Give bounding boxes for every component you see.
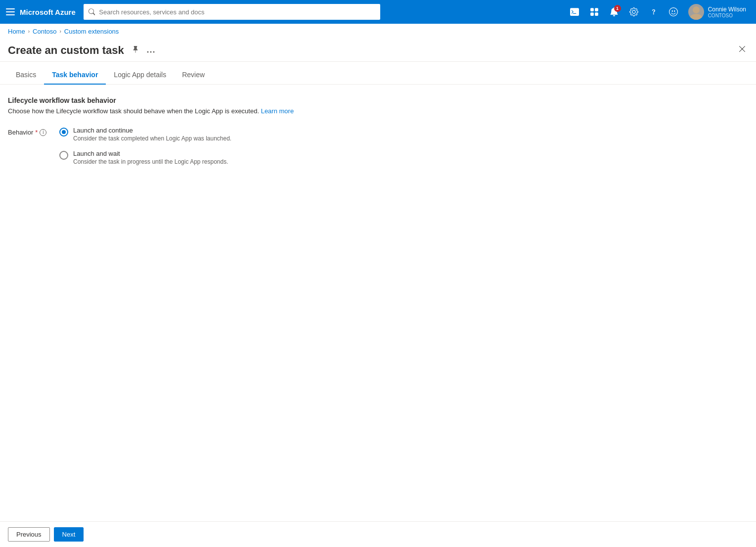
user-section[interactable]: Connie Wilson CONTOSO xyxy=(684,4,750,20)
svg-point-0 xyxy=(693,6,700,13)
breadcrumb-custom-extensions[interactable]: Custom extensions xyxy=(64,28,119,35)
hamburger-menu[interactable] xyxy=(6,7,16,17)
radio-text-launch-wait: Launch and wait Consider the task in pro… xyxy=(73,150,228,165)
search-bar[interactable] xyxy=(84,4,380,20)
tab-logic-app-details[interactable]: Logic App details xyxy=(106,66,174,85)
svg-point-1 xyxy=(690,14,702,20)
svg-point-3 xyxy=(150,51,151,53)
more-options-button[interactable] xyxy=(145,44,157,56)
tab-review[interactable]: Review xyxy=(174,66,213,85)
section-description: Choose how the Lifecycle workflow task s… xyxy=(8,107,748,115)
directory-button[interactable] xyxy=(585,3,603,21)
page-actions xyxy=(130,44,157,56)
svg-point-4 xyxy=(153,51,154,53)
breadcrumb-contoso[interactable]: Contoso xyxy=(33,28,56,35)
bottom-bar: Previous Next xyxy=(0,521,756,547)
user-name: Connie Wilson xyxy=(708,6,746,13)
info-icon[interactable]: i xyxy=(40,129,46,136)
notification-badge: 1 xyxy=(614,5,621,12)
tab-task-behavior[interactable]: Task behavior xyxy=(44,66,106,85)
cloud-shell-button[interactable] xyxy=(566,3,583,21)
previous-button[interactable]: Previous xyxy=(8,527,50,542)
section-desc-text: Choose how the Lifecycle workflow task s… xyxy=(8,107,259,115)
breadcrumb-home[interactable]: Home xyxy=(8,28,25,35)
radio-label-launch-continue: Launch and continue xyxy=(73,127,231,134)
settings-button[interactable] xyxy=(625,3,643,21)
feedback-button[interactable] xyxy=(665,3,682,21)
avatar xyxy=(688,4,704,20)
radio-desc-launch-continue: Consider the task completed when Logic A… xyxy=(73,135,231,142)
radio-option-launch-continue[interactable]: Launch and continue Consider the task co… xyxy=(59,127,231,142)
learn-more-link[interactable]: Learn more xyxy=(261,107,294,115)
required-indicator: * xyxy=(35,129,38,136)
breadcrumb-sep-1: › xyxy=(28,29,30,34)
svg-point-2 xyxy=(147,51,148,53)
page-header: Create an custom task xyxy=(0,39,756,57)
header-divider xyxy=(0,61,756,62)
radio-desc-launch-wait: Consider the task in progress until the … xyxy=(73,158,228,165)
behavior-row: Behavior * i Launch and continue Conside… xyxy=(8,127,748,165)
breadcrumb-sep-2: › xyxy=(59,29,61,34)
page-title: Create an custom task xyxy=(8,44,124,57)
nav-icons: 1 Connie Wilson CONTOSO xyxy=(566,3,750,21)
radio-text-launch-continue: Launch and continue Consider the task co… xyxy=(73,127,231,142)
tabs: Basics Task behavior Logic App details R… xyxy=(0,66,756,85)
content-area: Lifecycle workflow task behavior Choose … xyxy=(0,85,756,177)
tab-basics[interactable]: Basics xyxy=(8,66,44,85)
radio-outer-launch-continue[interactable] xyxy=(59,128,68,137)
radio-outer-launch-wait[interactable] xyxy=(59,151,68,160)
next-button[interactable]: Next xyxy=(54,527,84,542)
notifications-button[interactable]: 1 xyxy=(605,3,623,21)
pin-button[interactable] xyxy=(130,44,141,56)
search-input[interactable] xyxy=(99,8,375,16)
brand-name: Microsoft Azure xyxy=(20,8,76,16)
user-org: CONTOSO xyxy=(708,13,746,18)
help-button[interactable] xyxy=(645,3,663,21)
top-navigation: Microsoft Azure 1 xyxy=(0,0,756,24)
radio-label-launch-wait: Launch and wait xyxy=(73,150,228,157)
radio-group: Launch and continue Consider the task co… xyxy=(59,127,231,165)
section-title: Lifecycle workflow task behavior xyxy=(8,96,748,104)
radio-inner-launch-continue xyxy=(62,130,66,134)
radio-option-launch-wait[interactable]: Launch and wait Consider the task in pro… xyxy=(59,150,231,165)
behavior-label-text: Behavior xyxy=(8,129,33,136)
breadcrumb: Home › Contoso › Custom extensions xyxy=(0,24,756,39)
search-icon xyxy=(89,8,95,15)
close-button[interactable] xyxy=(736,43,748,57)
behavior-label: Behavior * i xyxy=(8,127,47,136)
